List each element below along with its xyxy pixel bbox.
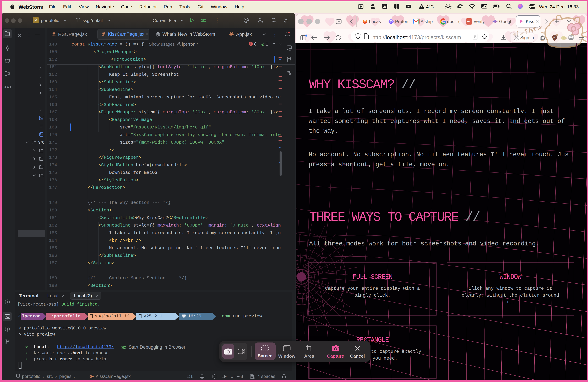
svg-text:uO: uO (553, 36, 556, 39)
